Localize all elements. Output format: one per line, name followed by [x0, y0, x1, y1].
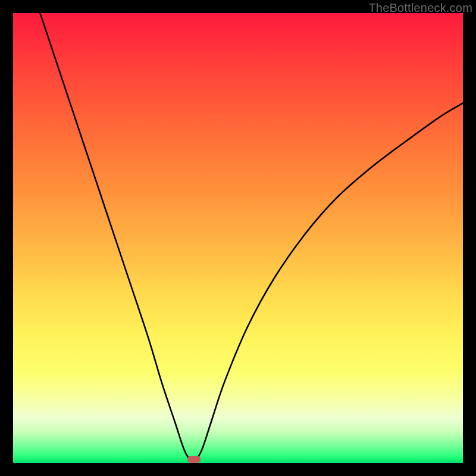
gradient-background [13, 13, 463, 463]
watermark-text: TheBottleneck.com [368, 1, 472, 15]
min-marker [187, 456, 201, 463]
plot-frame [13, 13, 463, 463]
